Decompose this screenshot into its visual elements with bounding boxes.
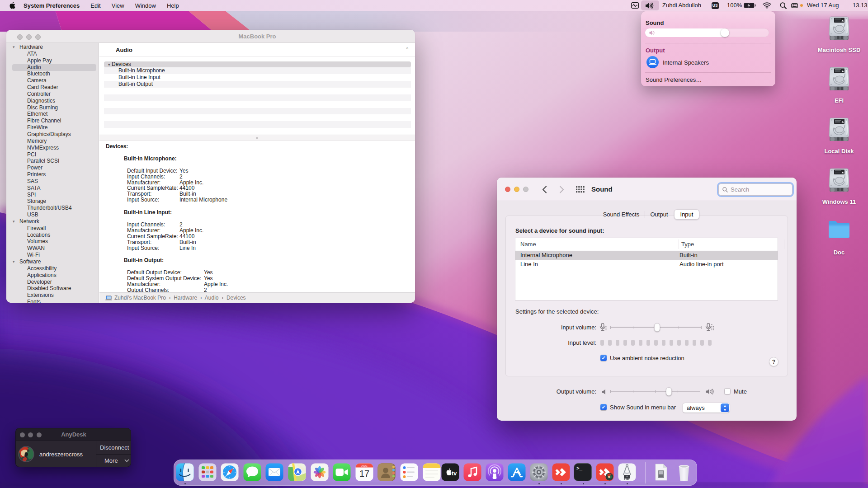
svg-text:tv: tv xyxy=(452,470,457,477)
svg-text:17: 17 xyxy=(359,469,369,479)
svg-text:>_: >_ xyxy=(576,466,583,471)
svg-text:AUG: AUG xyxy=(361,464,368,467)
